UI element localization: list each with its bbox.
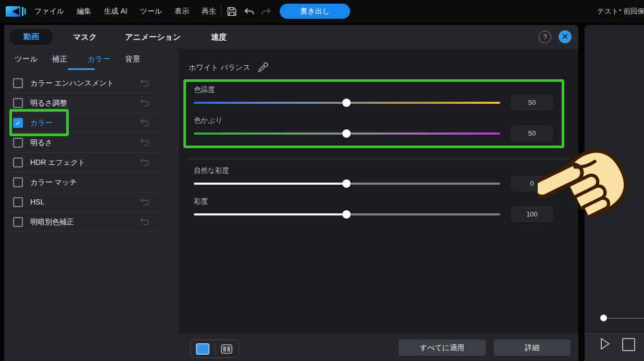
checkbox[interactable] xyxy=(13,138,23,148)
top-menubar: ファイル編集生成 AIツール表示再生 書き出し テスト* 前回保存 xyxy=(0,0,644,23)
seek-slider-track[interactable] xyxy=(608,318,644,319)
undo-icon[interactable] xyxy=(243,6,255,17)
eyedropper-icon[interactable] xyxy=(256,61,270,74)
effect-label: HSL xyxy=(30,192,44,212)
effect-row[interactable]: HSL xyxy=(5,192,159,212)
tab-active[interactable]: 動画 xyxy=(9,29,53,45)
save-icon[interactable] xyxy=(226,6,238,17)
effect-row[interactable]: 明暗別色補正 xyxy=(5,212,159,232)
menu-item[interactable]: 表示 xyxy=(175,7,189,16)
effect-label: 明暗別色補正 xyxy=(30,212,74,232)
reset-icon[interactable] xyxy=(140,118,150,127)
reset-icon[interactable] xyxy=(140,158,150,167)
tab-1[interactable]: マスク xyxy=(73,32,97,42)
reset-icon[interactable] xyxy=(140,217,150,226)
help-icon[interactable]: ? xyxy=(539,31,551,43)
reset-icon[interactable] xyxy=(140,197,150,207)
apply-all-button[interactable]: すべてに適用 xyxy=(399,340,486,356)
menu-item[interactable]: ツール xyxy=(140,7,162,16)
export-button[interactable]: 書き出し xyxy=(280,4,350,19)
subtab-active[interactable]: カラー xyxy=(88,54,110,64)
app-window: ファイル編集生成 AIツール表示再生 書き出し テスト* 前回保存 動画マスクア… xyxy=(0,0,644,361)
single-view-icon[interactable] xyxy=(191,340,215,357)
view-toggle-group xyxy=(190,340,239,358)
reset-icon[interactable] xyxy=(140,138,150,147)
section-divider xyxy=(188,159,569,159)
details-button[interactable]: 詳細 xyxy=(494,340,571,356)
close-icon[interactable]: ✕ xyxy=(559,30,572,43)
checkbox[interactable] xyxy=(13,177,23,187)
menu-item[interactable]: 再生 xyxy=(202,7,216,16)
tab-2[interactable]: アニメーション xyxy=(125,32,181,42)
saturation-slider-handle[interactable] xyxy=(342,210,351,219)
checkbox[interactable] xyxy=(13,78,23,88)
effect-label: カラー エンハンスメント xyxy=(30,74,114,93)
pointing-hand-icon xyxy=(538,142,630,230)
subtab-0[interactable]: ツール xyxy=(15,54,38,64)
annotation-box-sliders xyxy=(183,79,564,148)
subtab-1[interactable]: 補正 xyxy=(52,54,67,64)
subtab-3[interactable]: 背景 xyxy=(125,54,140,64)
effect-row[interactable]: カラー エンハンスメント xyxy=(5,74,159,93)
project-title: テスト* 前回保存 xyxy=(597,7,644,16)
play-icon[interactable] xyxy=(597,336,612,351)
menu-item[interactable]: 編集 xyxy=(77,7,91,16)
effect-row[interactable]: カラー マッチ xyxy=(5,173,159,192)
effect-label: カラー マッチ xyxy=(30,173,77,192)
menu-item[interactable]: 生成 AI xyxy=(104,7,127,16)
redo-icon[interactable] xyxy=(261,6,272,17)
saturation-label: 彩度 xyxy=(194,197,208,206)
effect-row[interactable]: HDR エフェクト xyxy=(5,153,159,173)
tab-3[interactable]: 速度 xyxy=(211,32,227,42)
checkbox[interactable] xyxy=(13,158,23,167)
annotation-box-color-row xyxy=(9,109,69,136)
subtab-active-underline xyxy=(68,68,95,70)
menu-item[interactable]: ファイル xyxy=(34,7,64,16)
checkbox[interactable] xyxy=(13,98,23,108)
effects-checklist: カラー エンハンスメント明るさ調整✓カラー明るさHDR エフェクトカラー マッチ… xyxy=(5,74,159,232)
checkbox[interactable] xyxy=(13,217,23,227)
seek-slider-handle[interactable] xyxy=(600,315,607,321)
effect-label: HDR エフェクト xyxy=(30,153,85,172)
toolbar-divider xyxy=(221,5,221,18)
reset-icon[interactable] xyxy=(140,78,150,88)
white-balance-label: ホワイト バランス xyxy=(189,63,251,73)
checkbox[interactable] xyxy=(13,197,23,207)
app-logo xyxy=(5,4,26,19)
compare-view-icon[interactable] xyxy=(215,340,239,357)
menubar-items: ファイル編集生成 AIツール表示再生 xyxy=(34,0,216,23)
vibrance-label: 自然な彩度 xyxy=(194,166,229,175)
reset-icon[interactable] xyxy=(140,98,150,107)
stop-icon[interactable] xyxy=(622,338,635,351)
vibrance-slider-handle[interactable] xyxy=(342,179,351,188)
